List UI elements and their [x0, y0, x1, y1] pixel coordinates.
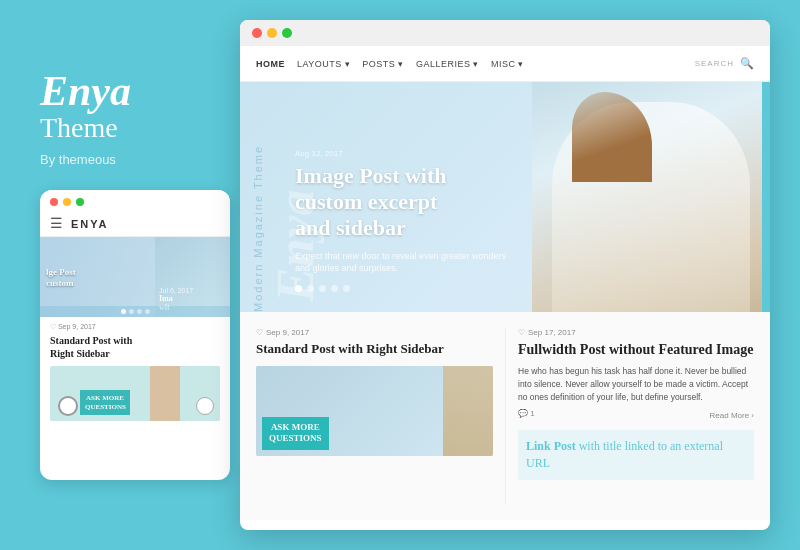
nav-galleries[interactable]: GALLERIES ▾: [416, 59, 479, 69]
mobile-dot-red: [50, 198, 58, 206]
post-right-meta: ♡ Sep 17, 2017: [518, 328, 754, 337]
mobile-post-meta: ♡ Sep 9, 2017: [50, 323, 220, 331]
read-more-link[interactable]: Read More ›: [710, 411, 754, 420]
brand-subtitle: Theme: [40, 112, 230, 144]
mobile-card-date: Jul 6, 2017: [159, 287, 226, 294]
site-nav: HOME LAYOUTS ▾ POSTS ▾ GALLERIES ▾ MISC …: [240, 46, 770, 82]
hero-background: Enya Modern Magazine Theme Aug 12, 2017 …: [240, 82, 770, 312]
post-clothes: [443, 366, 493, 456]
post-right-body: He who has begun his task has half done …: [518, 365, 754, 403]
mobile-ind-dot-3: [145, 309, 150, 314]
mobile-post-title: Standard Post withRight Sidebar: [50, 334, 220, 360]
nav-home[interactable]: HOME: [256, 59, 285, 69]
mobile-dot-green: [76, 198, 84, 206]
link-post-label: Link Post: [526, 439, 576, 453]
nav-layouts[interactable]: LAYOUTS ▾: [297, 59, 350, 69]
post-right-date: Sep 17, 2017: [528, 328, 576, 337]
left-panel: Enya Theme By themeous ☰ ENYA lge Post c…: [30, 70, 230, 480]
mobile-clothes-strip: [150, 366, 180, 421]
post-right-title[interactable]: Fullwidth Post without Featured Image: [518, 341, 754, 359]
post-right-footer: 💬 1 Read More ›: [518, 409, 754, 422]
hero-date: Aug 12, 2017: [295, 149, 512, 158]
hero-dot-5[interactable]: [343, 285, 350, 292]
mobile-post-meta-date: Sep 9, 2017: [58, 323, 96, 330]
post-left-date: Sep 9, 2017: [266, 328, 309, 337]
link-post-title[interactable]: Link Post with title linked to an extern…: [526, 438, 746, 472]
hero-dot-4[interactable]: [331, 285, 338, 292]
ask-sign: ASK MORE QUESTIONS: [262, 417, 329, 450]
mobile-nav: ☰ ENYA: [40, 211, 230, 237]
posts-left-column: ♡ Sep 9, 2017 Standard Post with Right S…: [256, 328, 505, 504]
search-icon[interactable]: 🔍: [740, 57, 754, 70]
nav-search-area[interactable]: SEARCH 🔍: [695, 57, 754, 70]
nav-misc[interactable]: MISC ▾: [491, 59, 524, 69]
search-label: SEARCH: [695, 59, 734, 68]
mobile-clock-shape: [58, 396, 78, 416]
nav-posts[interactable]: POSTS ▾: [362, 59, 404, 69]
clock-icon: ♡: [256, 328, 263, 337]
browser-dot-red[interactable]: [252, 28, 262, 38]
hero-title: Image Post with custom excerptand sideba…: [295, 163, 512, 242]
mobile-hero-text: lge Post custom: [46, 267, 76, 289]
comment-count: 💬 1: [518, 409, 535, 418]
post-left-image: ASK MORE QUESTIONS: [256, 366, 493, 456]
hero-vertical-label: Modern Magazine Theme: [252, 145, 264, 312]
mobile-ask-sign: ASK MOREQUESTIONS: [80, 390, 130, 415]
hero-description: Expect that new door to reveal even grea…: [295, 250, 512, 275]
browser-dot-yellow[interactable]: [267, 28, 277, 38]
hero-vertical-text: Modern Magazine Theme: [252, 82, 264, 312]
browser-window: HOME LAYOUTS ▾ POSTS ▾ GALLERIES ▾ MISC …: [240, 20, 770, 530]
comment-number: 1: [530, 409, 534, 418]
mobile-clock-2: [196, 397, 214, 415]
ask-sign-line2: QUESTIONS: [269, 433, 322, 443]
hero-blue-bar: [762, 82, 770, 312]
browser-dot-green[interactable]: [282, 28, 292, 38]
calendar-icon: ♡: [518, 328, 525, 337]
mobile-hero-line2: custom: [46, 278, 74, 288]
mobile-dots-indicator: [40, 306, 230, 317]
mobile-hero-image: lge Post custom Jul 6, 2017 Imawit: [40, 237, 230, 317]
mobile-dot-yellow: [63, 198, 71, 206]
hero-left: Enya Modern Magazine Theme Aug 12, 2017 …: [240, 82, 532, 312]
mobile-post-image: ASK MOREQUESTIONS: [50, 366, 220, 421]
post-left-title[interactable]: Standard Post with Right Sidebar: [256, 341, 493, 358]
mobile-titlebar: [40, 190, 230, 211]
hero-woman-image: [532, 82, 771, 312]
hero-vertical-logo: Enya: [270, 92, 322, 302]
hamburger-icon[interactable]: ☰: [50, 215, 63, 232]
mobile-hero: lge Post custom Jul 6, 2017 Imawit: [40, 237, 230, 317]
hero-pagination-dots: [295, 285, 512, 292]
brand-title: Enya: [40, 70, 230, 112]
mobile-post-section: ♡ Sep 9, 2017 Standard Post withRight Si…: [40, 317, 230, 427]
site-content: ♡ Sep 9, 2017 Standard Post with Right S…: [240, 312, 770, 520]
mobile-ind-dot-1: [129, 309, 134, 314]
ask-sign-line1: ASK MORE: [271, 422, 320, 432]
link-post: Link Post with title linked to an extern…: [518, 430, 754, 480]
mobile-brand-label: ENYA: [71, 218, 109, 230]
browser-titlebar: [240, 20, 770, 46]
post-left-meta: ♡ Sep 9, 2017: [256, 328, 493, 337]
mobile-ind-dot-active: [121, 309, 126, 314]
hero-right: [532, 82, 771, 312]
posts-right-column: ♡ Sep 17, 2017 Fullwidth Post without Fe…: [505, 328, 754, 504]
brand-by: By themeous: [40, 152, 116, 167]
mobile-hero-secondary: Jul 6, 2017 Imawit: [155, 237, 230, 317]
mobile-ind-dot-2: [137, 309, 142, 314]
site-hero: Enya Modern Magazine Theme Aug 12, 2017 …: [240, 82, 770, 312]
nav-links: HOME LAYOUTS ▾ POSTS ▾ GALLERIES ▾ MISC …: [256, 59, 524, 69]
mobile-mockup: ☰ ENYA lge Post custom Jul 6, 2017 Imawi…: [40, 190, 230, 480]
mobile-hero-line1: lge Post: [46, 267, 76, 277]
